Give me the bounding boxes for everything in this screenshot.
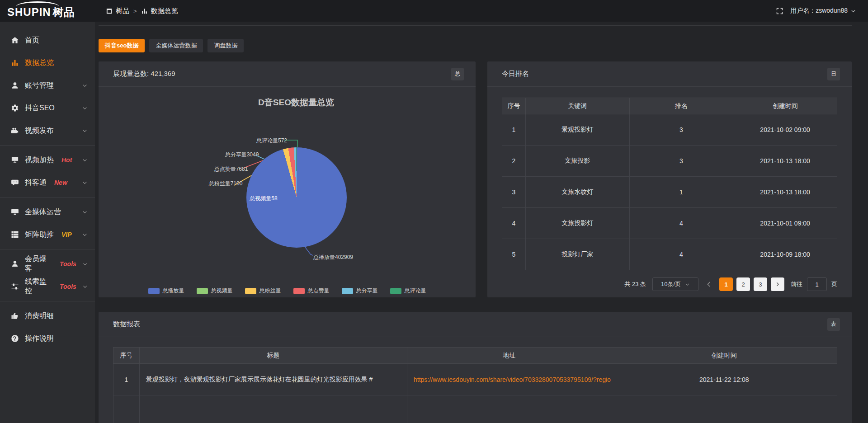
table-toggle-button[interactable]: 表: [827, 318, 840, 331]
gear-icon: [11, 104, 19, 112]
column-header: 排名: [629, 98, 733, 114]
table-cell: 2021-10-02 09:00: [733, 114, 837, 146]
sidebar-item-12[interactable]: 消费明细: [0, 305, 95, 327]
sidebar-item-9[interactable]: 矩阵助推VIP: [0, 223, 95, 246]
home-icon: [11, 36, 19, 44]
video-link[interactable]: https://www.iesdouyin.com/share/video/70…: [407, 364, 611, 395]
legend-item[interactable]: 总播放量: [148, 287, 184, 295]
legend-item[interactable]: 总分享量: [342, 287, 378, 295]
tab-3[interactable]: 询盘数据: [208, 39, 244, 52]
bar-chart-icon: [141, 8, 148, 14]
sidebar-item-label: 视频发布: [25, 126, 54, 136]
report-panel: 数据报表 表 序号标题地址创建时间1景观投影灯，夜游景观投影灯厂家展示展示落花灯…: [99, 312, 852, 423]
sidebar-item-8[interactable]: 全媒体运营: [0, 201, 95, 223]
thumbs-up-icon: [11, 312, 19, 320]
table-cell: 2021-10-01 09:00: [733, 208, 837, 239]
sidebar-item-6[interactable]: 视频加热Hot: [0, 149, 95, 171]
ranking-title: 今日排名: [502, 70, 529, 78]
table-cell: 4: [629, 239, 733, 270]
pie-label-name: 总分享量: [225, 151, 247, 158]
app-logo[interactable]: SHUPIN树品: [0, 0, 95, 22]
legend-item[interactable]: 总粉丝量: [245, 287, 281, 295]
breadcrumb-item-home[interactable]: 树品: [106, 7, 129, 15]
page-button-1[interactable]: 1: [719, 277, 733, 291]
page-button-2[interactable]: 2: [736, 277, 750, 291]
table-row: 3文旅水纹灯12021-10-13 18:00: [502, 177, 837, 208]
column-header: 序号: [502, 98, 526, 114]
total-toggle-button[interactable]: 总: [451, 68, 464, 80]
legend-swatch: [197, 288, 208, 294]
table-cell: 文旅水纹灯: [525, 177, 629, 208]
user-menu[interactable]: 用户名：zswodun88: [790, 7, 856, 15]
sidebar-divider: [0, 301, 95, 301]
sidebar-item-label: 首页: [25, 36, 39, 45]
sidebar-item-1[interactable]: 首页: [0, 29, 95, 52]
sidebar-item-2[interactable]: 数据总览: [0, 52, 95, 74]
pie-slice-label: 总播放量402909: [313, 254, 353, 261]
table-cell: 2021-10-13 18:00: [733, 177, 837, 208]
table-cell: 4: [502, 208, 526, 239]
title-cell: 景观投影灯，夜游景观投影灯厂家展示展示落花灯在花园里的灯光投影应用效果 #: [139, 364, 407, 395]
sidebar-item-11[interactable]: 线索监控Tools: [0, 275, 95, 298]
table-row: 1景观投影灯32021-10-02 09:00: [502, 114, 837, 146]
table-cell: 2021-10-09 18:00: [733, 239, 837, 270]
logo-secondary: 树品: [53, 6, 75, 18]
legend-swatch: [342, 288, 353, 294]
chevron-down-icon: [82, 232, 88, 238]
chat-icon: [11, 179, 19, 187]
sidebar-item-10[interactable]: 会员爆客Tools: [0, 253, 95, 275]
chevron-down-icon: [82, 105, 88, 111]
pie-label-name: 总点赞量: [214, 166, 236, 172]
prev-page-button[interactable]: [705, 280, 713, 288]
pie-label-value: 402909: [335, 254, 353, 260]
sidebar-item-label: 抖音SEO: [25, 103, 55, 113]
day-toggle-button[interactable]: 日: [827, 68, 840, 80]
sidebar-item-label: 操作说明: [25, 334, 54, 343]
panels-row: 展现量总数: 421,369 总 D音SEO数据量总览 总播放量402909总视…: [99, 61, 852, 297]
table-cell: 景观投影灯: [525, 114, 629, 146]
overview-panel: 展现量总数: 421,369 总 D音SEO数据量总览 总播放量402909总视…: [99, 61, 476, 297]
table-header-row: 序号关键词排名创建时间: [502, 98, 837, 114]
header-divider: [99, 22, 852, 26]
goto-page-input[interactable]: 1: [807, 277, 827, 291]
sidebar: 首页数据总览账号管理抖音SEO视频发布视频加热Hot抖客通New全媒体运营矩阵助…: [0, 22, 95, 423]
total-count-label: 共 23 条: [624, 280, 646, 288]
member-icon: [11, 260, 19, 268]
sidebar-item-3[interactable]: 账号管理: [0, 74, 95, 97]
legend-item[interactable]: 总视频量: [197, 287, 233, 295]
sidebar-divider: [0, 145, 95, 146]
page-size-select[interactable]: 10条/页: [652, 277, 698, 291]
sidebar-item-4[interactable]: 抖音SEO: [0, 97, 95, 119]
sidebar-item-label: 消费明细: [25, 311, 54, 321]
sidebar-item-7[interactable]: 抖客通New: [0, 171, 95, 194]
tab-2[interactable]: 全媒体运营数据: [149, 39, 203, 52]
breadcrumb: 树品 > 数据总览: [106, 7, 178, 15]
legend-item[interactable]: 总点赞量: [293, 287, 330, 295]
goto-label: 前往: [791, 280, 802, 288]
report-panel-header: 数据报表 表: [99, 312, 852, 337]
chevron-right-icon: [774, 281, 781, 287]
page-button-3[interactable]: 3: [754, 277, 767, 291]
sidebar-item-13[interactable]: 操作说明: [0, 327, 95, 350]
table-header-row: 序号标题地址创建时间: [113, 348, 837, 364]
breadcrumb-item-current[interactable]: 数据总览: [141, 7, 178, 15]
logo-primary: SHUPIN: [7, 6, 51, 18]
table-cell: 1: [502, 114, 526, 146]
table-cell: 文旅投影: [525, 146, 629, 177]
legend-item[interactable]: 总评论量: [390, 287, 426, 295]
legend-label: 总视频量: [211, 287, 233, 295]
sidebar-item-label: 全媒体运营: [25, 207, 61, 217]
tab-1[interactable]: 抖音seo数据: [99, 39, 145, 52]
fullscreen-icon[interactable]: [776, 7, 783, 15]
chevron-left-icon: [705, 280, 713, 288]
legend-label: 总点赞量: [308, 287, 330, 295]
chevron-down-icon: [82, 128, 88, 134]
table-cell: 3: [629, 146, 733, 177]
column-header: 创建时间: [733, 98, 837, 114]
table-cell: 2021-10-13 18:00: [733, 146, 837, 177]
legend-swatch: [390, 288, 401, 294]
ranking-panel-header: 今日排名 日: [487, 61, 852, 87]
sidebar-item-5[interactable]: 视频发布: [0, 119, 95, 142]
next-page-button[interactable]: [771, 277, 784, 291]
chart-legend: 总播放量总视频量总粉丝量总点赞量总分享量总评论量: [99, 287, 476, 295]
